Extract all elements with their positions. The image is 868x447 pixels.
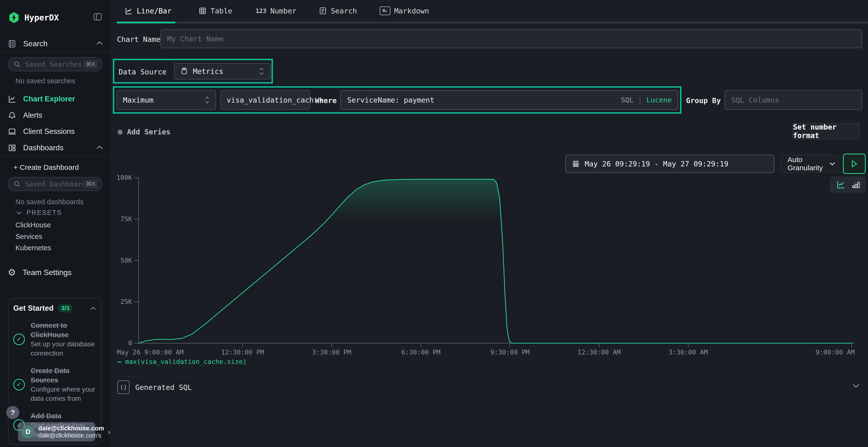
divider (0, 157, 111, 157)
saved-dashboards-input[interactable] (25, 180, 84, 188)
get-started-progress-badge: 3/3 (58, 304, 72, 313)
chart-name-label: Chart Name (117, 35, 161, 44)
user-menu[interactable]: D dale@clickhouse.com dale@clickhouse.co… (18, 422, 95, 442)
laptop-icon (8, 127, 17, 136)
legend-series-label: max(visa_validation_cache.size) (125, 358, 247, 365)
check-circle-icon: ✓ (13, 379, 25, 390)
add-series-button[interactable]: ⊕ Add Series (117, 127, 170, 137)
bell-icon (8, 111, 17, 120)
sidebar-item-label: Chart Explorer (23, 95, 75, 103)
help-button[interactable]: ? (6, 406, 19, 419)
where-label: Where (315, 96, 337, 105)
sidebar-item-client-sessions[interactable]: Client Sessions (8, 127, 75, 136)
tab-table[interactable]: Table (198, 0, 232, 22)
svg-text:3:30:00 PM: 3:30:00 PM (312, 348, 351, 356)
where-input[interactable] (347, 96, 621, 105)
svg-text:12:30:00 AM: 12:30:00 AM (578, 348, 621, 356)
presets-toggle[interactable]: PRESETS (16, 209, 62, 216)
calendar-icon (572, 160, 579, 168)
markdown-icon: M↓ (380, 6, 390, 15)
user-org: dale@clickhouse.com's (38, 432, 101, 439)
chart-legend: — max(visa_validation_cache.size) (117, 358, 247, 365)
saved-dashboards-search[interactable]: ⌘K (8, 177, 102, 191)
app-window: HyperDX Search ⌘K No saved searches (0, 0, 868, 447)
sidebar-section-search[interactable]: Search (8, 39, 48, 48)
avatar: D (22, 425, 34, 438)
lucene-toggle[interactable]: Lucene (646, 96, 672, 104)
aggregation-select[interactable]: Maximum (117, 90, 216, 110)
shortcut-badge: ⌘K (84, 60, 98, 68)
hyperdx-logo-icon (8, 11, 20, 24)
sidebar-item-team-settings[interactable]: ⚙ Team Settings (8, 268, 72, 277)
sidebar-item-clickhouse[interactable]: ClickHouse (16, 221, 51, 229)
search-section-icon (8, 39, 17, 48)
collapse-sidebar-icon[interactable] (93, 12, 102, 22)
create-dashboard-button[interactable]: + Create Dashboard (13, 163, 79, 171)
active-tab-indicator (117, 22, 175, 23)
sidebar-item-alerts[interactable]: Alerts (8, 111, 42, 120)
shortcut-badge: ⌘K (84, 180, 98, 188)
svg-text:75K: 75K (120, 215, 132, 223)
query-language-toggle: SQL | Lucene (621, 96, 672, 104)
chart-name-input[interactable] (160, 29, 862, 48)
table-icon (198, 7, 207, 15)
get-started-item-title: Connect to ClickHouse (31, 321, 69, 339)
sidebar-section-dashboards[interactable]: Dashboards (8, 143, 63, 152)
chart-explorer-icon (8, 95, 17, 103)
tab-label: Markdown (394, 7, 429, 15)
sidebar: HyperDX Search ⌘K No saved searches (0, 0, 111, 447)
team-settings-label: Team Settings (23, 268, 72, 277)
aggregation-value: Maximum (123, 96, 153, 104)
group-by-input[interactable] (724, 90, 862, 110)
generated-sql-label: Generated SQL (135, 383, 192, 391)
divider (0, 51, 111, 52)
number-123-icon: 123 (255, 7, 267, 14)
saved-searches-input[interactable] (25, 60, 84, 69)
sidebar-item-kubernetes[interactable]: Kubernetes (16, 244, 51, 252)
plus-circle-icon: ⊕ (117, 127, 123, 137)
generated-sql-toggle[interactable]: ⟨⟩ Generated SQL (117, 381, 192, 394)
data-source-select[interactable]: Metrics (174, 63, 271, 79)
divider (117, 376, 862, 376)
chevron-down-icon[interactable] (852, 383, 860, 388)
tab-search[interactable]: Search (319, 0, 357, 22)
chevron-up-icon[interactable] (90, 306, 96, 310)
chevron-up-icon[interactable] (96, 145, 103, 149)
saved-searches-search[interactable]: ⌘K (8, 57, 102, 71)
sidebar-item-label: Alerts (23, 111, 42, 120)
metric-tag-label: visa_validation_cach (227, 96, 314, 104)
get-started-item[interactable]: ✓ Connect to ClickHouse Set up your data… (13, 321, 96, 358)
set-number-format-button[interactable]: Set number format (793, 123, 860, 139)
svg-text:0: 0 (128, 339, 132, 347)
metric-tag[interactable]: visa_validation_cach × (220, 90, 310, 110)
sidebar-item-chart-explorer[interactable]: Chart Explorer (8, 95, 75, 103)
tabbar-divider (175, 22, 868, 23)
code-icon: ⟨⟩ (117, 381, 129, 394)
tab-markdown[interactable]: M↓ Markdown (380, 0, 429, 22)
sidebar-item-label: Dashboards (23, 143, 63, 152)
get-started-item-subtitle: Set up your database connection (31, 340, 95, 357)
create-dashboard-label: + Create Dashboard (13, 163, 79, 171)
svg-text:9:30:00 PM: 9:30:00 PM (490, 348, 530, 356)
sidebar-item-label: Client Sessions (23, 127, 75, 136)
tab-label: Search (331, 7, 357, 15)
no-saved-dashboards-note: No saved dashboards (16, 198, 84, 206)
sql-toggle[interactable]: SQL (621, 96, 633, 104)
database-icon (180, 67, 188, 75)
tab-label: Number (270, 7, 296, 15)
no-saved-searches-note: No saved searches (16, 77, 75, 85)
sidebar-item-services[interactable]: Services (16, 233, 42, 241)
app-title: HyperDX (24, 13, 59, 23)
get-started-item[interactable]: ✓ Create Data Sources Configure where yo… (13, 366, 96, 403)
logo[interactable]: HyperDX (8, 11, 59, 24)
tab-line-bar[interactable]: Line/Bar (125, 0, 172, 22)
tab-number[interactable]: 123 Number (255, 0, 297, 22)
select-caret-icon (259, 67, 264, 75)
chevron-up-icon[interactable] (96, 41, 103, 45)
chevron-down-icon (829, 162, 835, 166)
user-email: dale@clickhouse.com (38, 424, 104, 432)
svg-text:3:30:00 AM: 3:30:00 AM (669, 348, 708, 356)
svg-text:May 26 9:00:00 AM: May 26 9:00:00 AM (117, 348, 184, 356)
svg-text:9:00:00 AM: 9:00:00 AM (815, 348, 855, 356)
chart-svg[interactable]: 100K75K50K25K0May 26 9:00:00 AM12:30:00 … (111, 169, 868, 371)
